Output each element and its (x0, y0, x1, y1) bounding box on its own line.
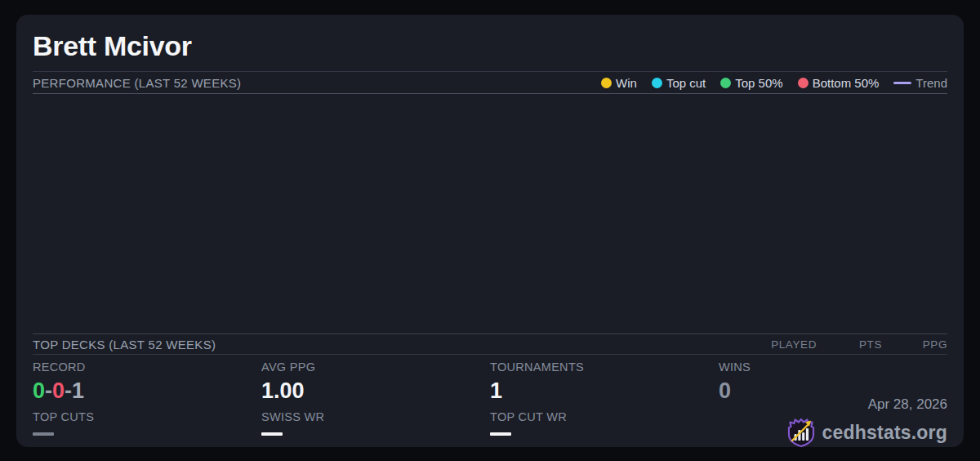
stats-summary: RECORD 0-0-1 TOP CUTS — AVG PPG 1.00 SWI… (33, 355, 947, 447)
shield-chart-logo-icon (786, 417, 816, 448)
record-draws: 1 (72, 378, 84, 403)
top-cut-color-dot-icon (652, 78, 662, 88)
record-separator: - (45, 378, 52, 403)
tournaments-value: 1 (490, 380, 719, 402)
player-stats-card: Brett Mcivor PERFORMANCE (LAST 52 WEEKS)… (16, 15, 964, 447)
stat-tournaments-column: TOURNAMENTS 1 TOP CUT WR — (490, 361, 719, 447)
top-cut-wr-value: — (490, 432, 719, 436)
record-label: RECORD (33, 361, 261, 374)
legend-item-trend: Trend (893, 76, 947, 90)
avg-ppg-value: 1.00 (261, 380, 490, 402)
swiss-wr-value: — (261, 432, 490, 436)
top-cuts-label: TOP CUTS (33, 411, 261, 423)
player-name-title: Brett Mcivor (33, 30, 192, 62)
trend-line-icon (893, 82, 911, 84)
top-cuts-value: — (33, 432, 261, 436)
top-50-color-dot-icon (720, 78, 731, 88)
performance-section-header: PERFORMANCE (LAST 52 WEEKS) Win Top cut … (33, 71, 947, 94)
brand-name: cedhstats.org (822, 423, 947, 442)
win-color-dot-icon (601, 78, 612, 88)
top-decks-heading: TOP DECKS (LAST 52 WEEKS) (33, 338, 216, 351)
legend-item-top-50: Top 50% (720, 76, 782, 90)
title-row: Brett Mcivor (33, 15, 947, 71)
legend-label: Bottom 50% (813, 76, 880, 90)
top-decks-section-header: TOP DECKS (LAST 52 WEEKS) PLAYED PTS PPG (33, 333, 947, 355)
chart-legend: Win Top cut Top 50% Bottom 50% Trend (601, 76, 947, 90)
bottom-50-color-dot-icon (798, 78, 808, 88)
dash-placeholder-icon (490, 432, 511, 436)
performance-chart-area (33, 94, 947, 333)
dash-placeholder-icon (33, 432, 54, 436)
column-header-pts: PTS (817, 338, 882, 351)
legend-item-bottom-50: Bottom 50% (798, 76, 880, 90)
legend-label: Top 50% (735, 76, 782, 90)
legend-item-win: Win (601, 76, 637, 90)
avg-ppg-label: AVG PPG (261, 361, 490, 374)
column-header-ppg: PPG (882, 338, 947, 351)
stat-avg-ppg-column: AVG PPG 1.00 SWISS WR — (261, 361, 490, 447)
record-value: 0-0-1 (33, 380, 261, 402)
legend-label: Top cut (666, 76, 706, 90)
dash-placeholder-icon (261, 432, 283, 436)
footer-date: Apr 28, 2026 (868, 397, 947, 411)
performance-heading: PERFORMANCE (LAST 52 WEEKS) (33, 76, 241, 90)
wins-label: WINS (719, 361, 947, 374)
stat-record-column: RECORD 0-0-1 TOP CUTS — (33, 361, 261, 447)
brand-row: cedhstats.org (786, 417, 947, 448)
legend-item-top-cut: Top cut (652, 76, 706, 90)
top-cut-wr-label: TOP CUT WR (490, 411, 719, 423)
legend-label: Win (616, 76, 637, 90)
column-header-played: PLAYED (751, 338, 817, 351)
branding-block: Apr 28, 2026 cedhstats.org (786, 397, 947, 448)
tournaments-label: TOURNAMENTS (490, 361, 719, 374)
top-decks-column-headers: PLAYED PTS PPG (751, 338, 947, 351)
swiss-wr-label: SWISS WR (261, 411, 490, 423)
record-losses: 0 (52, 378, 65, 403)
record-wins: 0 (33, 378, 45, 403)
legend-label: Trend (915, 76, 947, 90)
record-separator: - (65, 378, 72, 403)
